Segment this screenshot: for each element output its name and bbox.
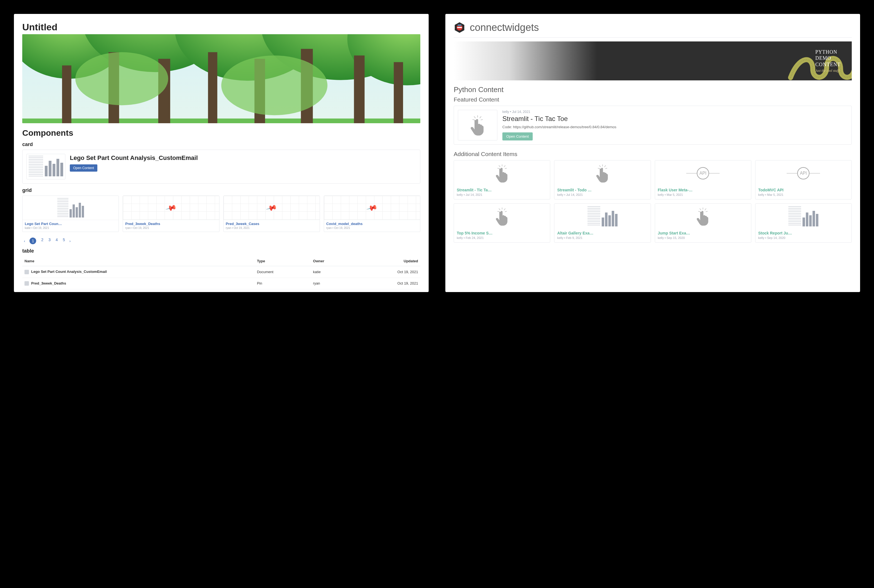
cell-owner: ryan [311,278,353,289]
card-title: Lego Set Part Count Analysis_CustomEmail [70,154,198,162]
tile-meta: kelly • Jul 14, 2021 [457,193,547,196]
tile-title: Top 5% Income S… [457,231,547,235]
python-content-heading: Python Content [454,86,852,94]
featured-title: Streamlit - Tic Tac Toe [502,115,616,123]
tile-title: Jump Start Exa… [658,231,748,235]
pin-thumb-icon: 📌 [123,196,219,220]
featured-content-card[interactable]: kelly • Jul 14, 2021 Streamlit - Tic Tac… [454,106,852,145]
pin-thumb-icon: 📌 [324,196,420,220]
page-title: Untitled [22,22,420,33]
left-panel: Untitled [14,14,429,292]
table-header: Name [22,256,255,266]
content-tile[interactable]: Top 5% Income S…kelly • Feb 24, 2021 [454,203,550,243]
additional-content-grid: Streamlit - Tic Ta…kelly • Jul 14, 2021S… [454,160,852,243]
svg-rect-29 [457,27,462,28]
cell-updated: Oct 19, 2021 [353,266,420,278]
pin-thumb-icon: 📌 [223,196,319,220]
content-grid: Lego Set Part Coun…katie • Oct 19, 2021📌… [22,195,420,232]
bars-thumb-icon [555,204,651,229]
grid-item[interactable]: 📌Covid_model_deathsryan • Oct 19, 2021 [324,195,420,232]
file-icon [24,270,29,274]
hero-banner: PYTHON DEMO CONTENT Just the cool stuff! [454,42,852,80]
tile-meta: kelly • Feb 24, 2021 [457,236,547,240]
tile-title: Flask User Meta-… [658,188,748,192]
tile-title: Streamlit - Tic Ta… [457,188,547,192]
table-header: Updated [353,256,420,266]
cell-owner: katie [311,266,353,278]
content-tile[interactable]: Flask User Meta-…kelly • Mar 5, 2021 [655,160,751,200]
content-tile[interactable]: Stock Report Ju…kelly • Sep 14, 2020 [755,203,852,243]
cell-name: Lego Set Part Count Analysis_CustomEmail [22,266,255,278]
table-header: Owner [311,256,353,266]
pager-page[interactable]: 3 [48,237,51,244]
table-subheading: table [22,248,420,254]
grid-item-title: Pred_3week_Deaths [125,222,217,226]
svg-rect-30 [457,24,461,26]
tile-meta: kelly • Feb 9, 2021 [557,236,648,240]
cell-name: Pred_3week_Deaths [22,278,255,289]
grid-subheading: grid [22,188,420,193]
table-row[interactable]: Lego Set Part Count Analysis_CustomEmail… [22,266,420,278]
open-content-button[interactable]: Open Content [502,132,533,141]
content-tile[interactable]: TodoMVC APIkelly • Mar 5, 2021 [755,160,852,200]
svg-rect-24 [394,62,403,123]
tile-title: Altair Gallery Exa… [557,231,648,235]
featured-card[interactable]: Lego Set Part Count Analysis_CustomEmail… [22,150,420,184]
tile-meta: kelly • Sep 14, 2020 [758,236,849,240]
banner-line2: DEMO [815,55,841,62]
featured-description: Code: https://github.com/streamlit/relea… [502,125,616,129]
pager-page[interactable]: 2 [41,237,43,244]
pager-next-icon[interactable]: › [69,239,70,243]
grid-item-title: Lego Set Part Coun… [25,222,116,226]
brand-title: connectwidgets [470,22,539,33]
file-icon [24,281,29,286]
grid-item[interactable]: 📌Pred_3week_Casesryan • Oct 19, 2021 [223,195,320,232]
right-panel: connectwidgets PYTHON DEMO CONTENT Just … [445,14,860,292]
cell-type: Document [255,266,311,278]
tile-meta: kelly • Mar 5, 2021 [658,193,748,196]
svg-rect-17 [62,65,71,123]
grid-item[interactable]: 📌Pred_3week_Deathsryan • Oct 19, 2021 [123,195,219,232]
banner-line3: CONTENT [815,62,841,68]
svg-point-25 [75,52,168,105]
additional-items-heading: Additional Content Items [454,151,852,158]
grid-item-meta: ryan • Oct 19, 2021 [326,226,418,230]
grid-item-meta: ryan • Oct 19, 2021 [226,226,317,230]
grid-item-meta: ryan • Oct 19, 2021 [125,226,217,230]
api-thumb-icon [655,160,751,186]
content-tile[interactable]: Streamlit - Todo …kelly • Jul 14, 2021 [554,160,651,200]
pager-page[interactable]: 1 [30,237,36,244]
grid-item-title: Covid_model_deaths [326,222,418,226]
pointer-thumb-icon [454,160,550,186]
content-table: NameTypeOwnerUpdated Lego Set Part Count… [22,256,420,289]
tile-title: Stock Report Ju… [758,231,849,235]
hero-image [22,34,420,123]
featured-meta: kelly • Jul 14, 2021 [502,110,616,114]
hex-logo-icon [454,22,465,33]
content-tile[interactable]: Jump Start Exa…kelly • Sep 15, 2020 [655,203,751,243]
content-tile[interactable]: Altair Gallery Exa…kelly • Feb 9, 2021 [554,203,651,243]
bars-thumb-icon [22,196,118,220]
cell-updated: Oct 19, 2021 [353,278,420,289]
svg-rect-20 [208,52,217,123]
open-content-button[interactable]: Open Content [70,164,97,172]
api-thumb-icon [756,160,852,186]
grid-item[interactable]: Lego Set Part Coun…katie • Oct 19, 2021 [22,195,119,232]
svg-rect-23 [354,56,365,123]
pointer-thumb-icon [555,160,651,186]
table-row[interactable]: Pred_3week_DeathsPinryanOct 19, 2021 [22,278,420,289]
cell-type: Pin [255,278,311,289]
pager-page[interactable]: 5 [63,237,65,244]
tile-title: Streamlit - Todo … [557,188,648,192]
pointer-thumb-icon [454,204,550,229]
content-tile[interactable]: Streamlit - Tic Ta…kelly • Jul 14, 2021 [454,160,550,200]
pagination: ‹ 1 2 3 4 5 › [24,237,420,244]
featured-thumbnail [458,110,497,141]
featured-content-heading: Featured Content [454,96,852,103]
card-subheading: card [22,142,420,147]
bars-thumb-icon [756,204,852,229]
svg-point-26 [222,56,328,116]
pager-prev-icon[interactable]: ‹ [24,239,25,243]
tile-meta: kelly • Mar 5, 2021 [758,193,849,196]
pager-page[interactable]: 4 [55,237,58,244]
